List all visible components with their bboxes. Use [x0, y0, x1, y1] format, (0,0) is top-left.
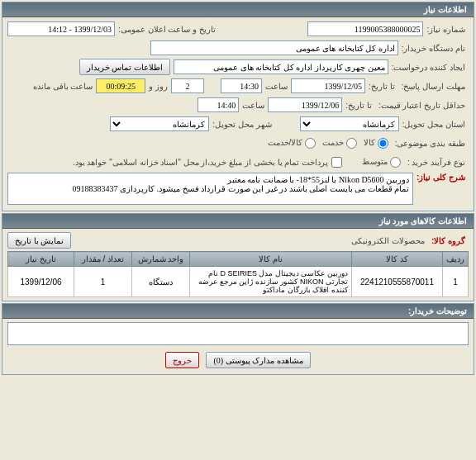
treasury-note: پرداخت تمام یا بخشی از مبلغ خرید،از محل … — [69, 158, 331, 167]
items-header: اطلاعات کالاهای مورد نیاز — [2, 214, 474, 229]
cell-unit: دستگاه — [132, 267, 190, 297]
radio-kk-label[interactable]: کالا/خدمت — [264, 138, 320, 149]
budget-label: طبقه بندی موضوعی: — [392, 139, 469, 148]
deliver-prov-select[interactable]: کرمانشاه — [300, 116, 399, 131]
group-value: محصولات الکترونیکی — [348, 236, 428, 245]
time-label-2: ساعت — [239, 101, 268, 110]
show-date-button[interactable]: نمایش با تاریخ — [7, 232, 71, 249]
remain-days-input — [171, 78, 204, 93]
col-unit: واحد شمارش — [132, 252, 190, 267]
cell-code: 2241210555870011 — [352, 267, 443, 297]
remain-days-unit: روز و — [145, 82, 171, 91]
cell-qty: 1 — [74, 267, 132, 297]
attachments-button[interactable]: مشاهده مدارک پیوستی (0) — [206, 352, 310, 368]
close-button[interactable]: خروج — [165, 352, 199, 368]
radio-kala[interactable] — [378, 138, 388, 149]
price-valid-until: تا تاریخ: — [342, 101, 375, 110]
reply-deadline-label: مهلت ارسال پاسخ: — [398, 82, 469, 91]
need-info-header: اطلاعات نیاز — [2, 2, 474, 17]
col-row: ردیف — [443, 252, 469, 267]
creator-input[interactable] — [174, 59, 388, 74]
col-qty: تعداد / مقدار — [74, 252, 132, 267]
col-code: کد کالا — [352, 252, 443, 267]
announce-label: تاریخ و ساعت اعلان عمومی: — [115, 25, 219, 34]
desc-textarea[interactable] — [7, 173, 413, 205]
remain-time-input — [96, 78, 145, 93]
radio-medium-label[interactable]: متوسط — [359, 157, 404, 168]
items-table: ردیف کد کالا نام کالا واحد شمارش تعداد /… — [7, 251, 469, 297]
treasury-checkbox[interactable] — [331, 157, 342, 168]
radio-kala-label[interactable]: کالا — [360, 138, 392, 149]
deliver-prov-label: استان محل تحویل: — [399, 120, 469, 129]
price-valid-label: حداقل تاریخ اعتبار قیمت: — [375, 101, 469, 110]
deliver-city-select[interactable]: کرمانشاه — [110, 116, 209, 131]
cell-name: دوربین عکاسی دیجیتال مدل D SEIRIES نام ت… — [190, 267, 352, 297]
contact-buyer-button[interactable]: اطلاعات تماس خریدار — [79, 59, 170, 75]
radio-kala-khadamat[interactable] — [305, 138, 316, 149]
cell-row: 1 — [443, 267, 469, 297]
buy-type-label: نوع فرآیند خرید : — [404, 158, 469, 167]
creator-label: ایجاد کننده درخواست: — [388, 63, 469, 72]
radio-khadamat-label[interactable]: خدمت — [319, 138, 360, 149]
buyer-notes-header: توضیحات خریدار: — [2, 304, 474, 319]
announce-input[interactable] — [7, 21, 115, 36]
remain-time-unit: ساعت باقی مانده — [30, 82, 97, 91]
price-date-input[interactable] — [268, 97, 342, 112]
reply-time-input[interactable] — [221, 78, 262, 93]
need-no-input[interactable] — [307, 21, 423, 36]
time-label-1: ساعت — [262, 82, 291, 91]
cell-date: 1399/12/06 — [8, 267, 74, 297]
reply-date-input[interactable] — [291, 78, 365, 93]
need-no-label: شماره نیاز: — [423, 25, 469, 34]
need-info-panel: اطلاعات نیاز شماره نیاز: تاریخ و ساعت اع… — [2, 2, 474, 211]
items-panel: اطلاعات کالاهای مورد نیاز گروه کالا: محص… — [2, 213, 474, 301]
radio-khadamat[interactable] — [346, 138, 357, 149]
desc-label: شرح کلی نیاز: — [413, 173, 469, 182]
org-label: نام دستگاه خریدار: — [398, 44, 469, 53]
table-row[interactable]: 1 2241210555870011 دوربین عکاسی دیجیتال … — [8, 267, 469, 297]
deadline-until-label: تا تاریخ: — [365, 82, 398, 91]
radio-medium[interactable] — [390, 157, 401, 168]
org-input[interactable] — [150, 40, 398, 55]
col-date: تاریخ نیاز — [8, 252, 74, 267]
col-name: نام کالا — [190, 252, 352, 267]
buyer-notes-textarea[interactable] — [7, 322, 469, 345]
group-label: گروه کالا: — [428, 236, 469, 245]
price-time-input[interactable] — [198, 97, 239, 112]
deliver-city-label: شهر محل تحویل: — [209, 120, 274, 129]
buyer-notes-panel: توضیحات خریدار: مشاهده مدارک پیوستی (0) … — [2, 303, 474, 375]
